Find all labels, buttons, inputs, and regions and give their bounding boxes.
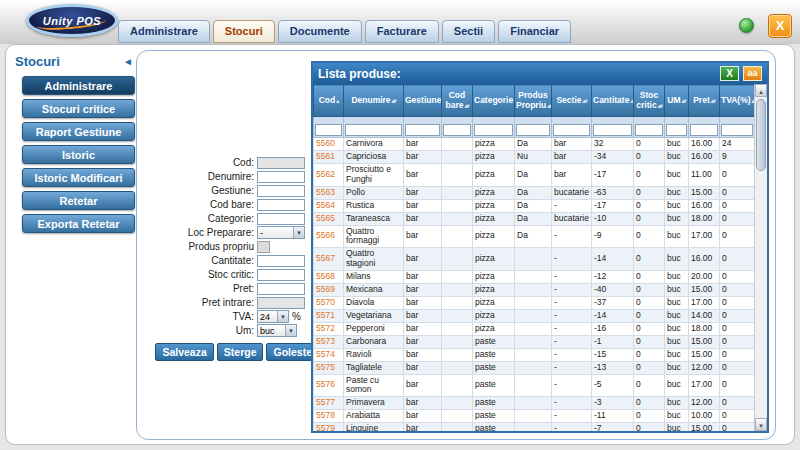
field-categorie[interactable] xyxy=(257,213,305,225)
cell-sectie: - xyxy=(552,423,592,431)
table-header-row: Cod▴Denumire▴▾Gestiune▴▾Cod bare▴▾Catego… xyxy=(314,85,755,117)
salveaza-button[interactable]: Salveaza xyxy=(155,343,213,361)
font-size-button[interactable]: aa xyxy=(743,66,762,81)
scroll-up-icon[interactable]: ▴ xyxy=(755,84,767,97)
field-denumire[interactable] xyxy=(257,171,305,183)
table-row[interactable]: 5560CarnivorabarpizzaDabar320buc16.0024 xyxy=(314,138,755,151)
field-value-loc-preparare: - xyxy=(260,228,263,238)
sidebar-item-raport-gestiune[interactable]: Raport Gestiune xyxy=(22,122,135,141)
field-cod-bare[interactable] xyxy=(257,199,305,211)
table-row[interactable]: 5570Diavolabarpizza--370buc17.000 xyxy=(314,296,755,309)
sidebar-item-administrare[interactable]: Administrare xyxy=(22,76,135,95)
sidebar-item-istoric[interactable]: Istoric xyxy=(22,145,135,164)
table-row[interactable]: 5578Arabiattabarpaste--110buc10.000 xyxy=(314,410,755,423)
table-row[interactable]: 5573Carbonarabarpaste--10buc15.000 xyxy=(314,335,755,348)
cell-cantitate: -34 xyxy=(592,151,634,164)
column-header-gestiune[interactable]: Gestiune▴▾ xyxy=(404,85,442,117)
field-um[interactable]: buc▾ xyxy=(257,324,297,337)
tab-administrare[interactable]: Administrare xyxy=(118,20,210,43)
cell-cantitate: -10 xyxy=(592,212,634,225)
cell-cod-bare xyxy=(442,361,473,374)
column-header-um[interactable]: UM▴▾ xyxy=(665,85,689,117)
column-header-cod[interactable]: Cod▴ xyxy=(314,85,344,117)
table-row[interactable]: 5576Paste cu somonbarpaste--50buc17.000 xyxy=(314,374,755,397)
sort-icon: ▴▾ xyxy=(711,98,715,104)
cell-gestiune: bar xyxy=(404,248,442,271)
column-header-cantitate[interactable]: Cantitate▴▾ xyxy=(592,85,634,117)
filter-input-produs-propriu[interactable] xyxy=(516,124,550,136)
cell-tva: 0 xyxy=(720,225,755,248)
filter-input-categorie[interactable] xyxy=(474,124,513,136)
cell-stoc-critic: 0 xyxy=(634,225,665,248)
cell-cod: 5579 xyxy=(314,423,344,431)
cell-um: buc xyxy=(665,212,689,225)
filter-input-gestiune[interactable] xyxy=(405,124,440,136)
product-form: Cod:Denumire:Gestiune:Cod bare:Categorie… xyxy=(147,156,319,361)
table-row[interactable]: 5575Tagliatelebarpaste--130buc12.000 xyxy=(314,361,755,374)
tab-facturare[interactable]: Facturare xyxy=(365,20,439,43)
field-gestiune[interactable] xyxy=(257,185,305,197)
table-row[interactable]: 5568Milansbarpizza--120buc20.000 xyxy=(314,270,755,283)
column-header-cod-bare[interactable]: Cod bare▴▾ xyxy=(442,85,473,117)
field-produs-propriu[interactable] xyxy=(257,241,270,253)
filter-input-tva[interactable] xyxy=(721,124,753,136)
filter-input-sectie[interactable] xyxy=(553,124,590,136)
field-loc-preparare[interactable]: -▾ xyxy=(257,226,305,239)
sidebar-item-stocuri-critice[interactable]: Stocuri critice xyxy=(22,99,135,118)
scrollbar-thumb[interactable] xyxy=(756,99,766,171)
table-row[interactable]: 5561CapriciosabarpizzaNubar-340buc16.009 xyxy=(314,151,755,164)
collapse-arrow-icon[interactable]: ◄ xyxy=(123,56,133,67)
tab-financiar[interactable]: Financiar xyxy=(498,20,571,43)
cell-tva: 0 xyxy=(720,322,755,335)
column-header-pret[interactable]: Pret▴▾ xyxy=(689,85,720,117)
tab-stocuri[interactable]: Stocuri xyxy=(213,20,275,43)
table-row[interactable]: 5566Quattro formaggibarpizzaDa--90buc17.… xyxy=(314,225,755,248)
table-row[interactable]: 5572Pepperonibarpizza--160buc18.000 xyxy=(314,322,755,335)
field-tva[interactable]: 24▾ xyxy=(257,310,289,323)
field-stoc-critic[interactable] xyxy=(257,269,305,281)
table-row[interactable]: 5569Mexicanabarpizza--400buc15.000 xyxy=(314,283,755,296)
table-row[interactable]: 5571Vegetarianabarpizza--140buc14.000 xyxy=(314,309,755,322)
sidebar-item-retetar[interactable]: Retetar xyxy=(22,191,135,210)
filter-input-um[interactable] xyxy=(666,124,687,136)
table-row[interactable]: 5565TaraneascabarpizzaDabucatarie-100buc… xyxy=(314,212,755,225)
filter-input-denumire[interactable] xyxy=(345,124,402,136)
column-header-stoc-critic[interactable]: Stoc critic▴▾ xyxy=(634,85,665,117)
filter-input-stoc-critic[interactable] xyxy=(635,124,663,136)
tab-documente[interactable]: Documente xyxy=(278,20,362,43)
table-row[interactable]: 5574Raviolibarpaste--150buc15.000 xyxy=(314,348,755,361)
table-row[interactable]: 5579Linguinebarpaste--70buc15.000 xyxy=(314,423,755,431)
close-button[interactable]: X xyxy=(768,14,792,38)
table-row[interactable]: 5577Primaverabarpaste--30buc12.000 xyxy=(314,397,755,410)
cell-produs-propriu xyxy=(515,309,552,322)
field-pret[interactable] xyxy=(257,283,305,295)
column-header-categorie[interactable]: Categorie▴▾ xyxy=(473,85,515,117)
filter-cell-sectie xyxy=(552,117,592,138)
table-row[interactable]: 5567Quattro stagionibarpizza--140buc16.0… xyxy=(314,248,755,271)
sidebar-item-istoric-modificari[interactable]: Istoric Modificari xyxy=(22,168,135,187)
column-header-sectie[interactable]: Sectie▴▾ xyxy=(552,85,592,117)
filter-input-cantitate[interactable] xyxy=(593,124,632,136)
sidebar-item-exporta-retetar[interactable]: Exporta Retetar xyxy=(22,214,135,233)
filter-input-pret[interactable] xyxy=(690,124,718,136)
cell-tva: 0 xyxy=(720,296,755,309)
column-header-tva[interactable]: TVA(%)▴▾ xyxy=(720,85,755,117)
column-header-produs-propriu[interactable]: Produs Propriu▴▾ xyxy=(515,85,552,117)
field-pret-intrare[interactable] xyxy=(257,297,305,309)
filter-input-cod-bare[interactable] xyxy=(443,124,471,136)
table-row[interactable]: 5562Prosciutto e FunghibarpizzaDabar-170… xyxy=(314,164,755,187)
filter-input-cod[interactable] xyxy=(315,124,342,136)
column-header-denumire[interactable]: Denumire▴▾ xyxy=(344,85,404,117)
sterge-button[interactable]: Sterge xyxy=(217,343,264,361)
table-row[interactable]: 5563PollobarpizzaDabucatarie-630buc15.00… xyxy=(314,186,755,199)
export-excel-button[interactable]: X xyxy=(720,66,739,81)
field-cod[interactable] xyxy=(257,157,305,169)
field-label-um: Um: xyxy=(147,325,257,336)
field-cantitate[interactable] xyxy=(257,255,305,267)
table-row[interactable]: 5564RusticabarpizzaDa--170buc16.000 xyxy=(314,199,755,212)
table-scrollbar[interactable]: ▴ ▾ xyxy=(754,84,767,431)
filter-cell-cantitate xyxy=(592,117,634,138)
cell-produs-propriu xyxy=(515,374,552,397)
tab-sectii[interactable]: Sectii xyxy=(442,20,495,43)
scroll-down-icon[interactable]: ▾ xyxy=(755,418,767,431)
